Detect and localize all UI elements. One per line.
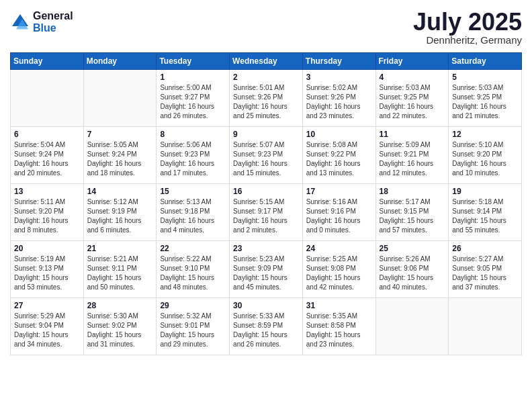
day-info: Sunrise: 5:30 AM Sunset: 9:02 PM Dayligh…	[87, 312, 153, 349]
day-info: Sunrise: 5:25 AM Sunset: 9:08 PM Dayligh…	[306, 255, 372, 292]
calendar-day-cell: 27Sunrise: 5:29 AM Sunset: 9:04 PM Dayli…	[11, 298, 84, 355]
calendar-day-cell: 7Sunrise: 5:05 AM Sunset: 9:24 PM Daylig…	[83, 127, 157, 184]
day-info: Sunrise: 5:10 AM Sunset: 9:20 PM Dayligh…	[452, 140, 518, 178]
day-number: 4	[380, 73, 445, 82]
month-title: July 2025	[413, 10, 522, 34]
day-number: 24	[306, 244, 372, 253]
calendar-day-cell: 8Sunrise: 5:06 AM Sunset: 9:23 PM Daylig…	[157, 127, 230, 184]
calendar-day-cell: 24Sunrise: 5:25 AM Sunset: 9:08 PM Dayli…	[302, 241, 375, 298]
day-info: Sunrise: 5:06 AM Sunset: 9:23 PM Dayligh…	[160, 140, 226, 178]
calendar-day-cell: 29Sunrise: 5:32 AM Sunset: 9:01 PM Dayli…	[157, 298, 230, 355]
day-number: 18	[380, 187, 445, 196]
day-info: Sunrise: 5:29 AM Sunset: 9:04 PM Dayligh…	[14, 312, 80, 349]
day-number: 1	[160, 73, 226, 82]
day-info: Sunrise: 5:11 AM Sunset: 9:20 PM Dayligh…	[14, 197, 80, 235]
day-info: Sunrise: 5:05 AM Sunset: 9:24 PM Dayligh…	[87, 140, 153, 178]
calendar-week-row: 13Sunrise: 5:11 AM Sunset: 9:20 PM Dayli…	[11, 184, 522, 241]
day-info: Sunrise: 5:02 AM Sunset: 9:26 PM Dayligh…	[306, 83, 372, 121]
day-info: Sunrise: 5:17 AM Sunset: 9:15 PM Dayligh…	[380, 197, 445, 235]
day-number: 19	[452, 187, 518, 196]
day-info: Sunrise: 5:27 AM Sunset: 9:05 PM Dayligh…	[452, 255, 518, 292]
logo: General Blue	[10, 10, 73, 34]
day-info: Sunrise: 5:00 AM Sunset: 9:27 PM Dayligh…	[160, 83, 226, 121]
day-info: Sunrise: 5:19 AM Sunset: 9:13 PM Dayligh…	[14, 255, 80, 292]
day-number: 14	[87, 187, 153, 196]
day-of-week-header: Sunday	[11, 53, 84, 70]
day-info: Sunrise: 5:22 AM Sunset: 9:10 PM Dayligh…	[160, 255, 226, 292]
day-number: 22	[160, 244, 226, 253]
day-number: 20	[14, 244, 80, 253]
calendar-day-cell: 18Sunrise: 5:17 AM Sunset: 9:15 PM Dayli…	[375, 184, 449, 241]
day-of-week-header: Thursday	[302, 53, 375, 70]
calendar-week-row: 20Sunrise: 5:19 AM Sunset: 9:13 PM Dayli…	[11, 241, 522, 298]
day-info: Sunrise: 5:16 AM Sunset: 9:16 PM Dayligh…	[306, 197, 372, 235]
day-number: 26	[452, 244, 518, 253]
calendar-day-cell: 23Sunrise: 5:23 AM Sunset: 9:09 PM Dayli…	[230, 241, 303, 298]
day-number: 13	[14, 187, 80, 196]
day-number: 25	[380, 244, 445, 253]
calendar-day-cell: 26Sunrise: 5:27 AM Sunset: 9:05 PM Dayli…	[449, 241, 522, 298]
calendar-day-cell: 3Sunrise: 5:02 AM Sunset: 9:26 PM Daylig…	[302, 70, 375, 127]
day-number: 28	[87, 301, 153, 310]
day-number: 12	[452, 130, 518, 139]
calendar-day-cell: 9Sunrise: 5:07 AM Sunset: 9:23 PM Daylig…	[230, 127, 303, 184]
calendar-day-cell: 30Sunrise: 5:33 AM Sunset: 8:59 PM Dayli…	[230, 298, 303, 355]
calendar-day-cell: 22Sunrise: 5:22 AM Sunset: 9:10 PM Dayli…	[157, 241, 230, 298]
day-number: 31	[306, 301, 372, 310]
calendar-day-cell: 14Sunrise: 5:12 AM Sunset: 9:19 PM Dayli…	[83, 184, 157, 241]
day-number: 23	[233, 244, 299, 253]
day-info: Sunrise: 5:04 AM Sunset: 9:24 PM Dayligh…	[14, 140, 80, 178]
day-info: Sunrise: 5:12 AM Sunset: 9:19 PM Dayligh…	[87, 197, 153, 235]
calendar-day-cell: 5Sunrise: 5:03 AM Sunset: 9:25 PM Daylig…	[449, 70, 522, 127]
day-number: 11	[380, 130, 445, 139]
title-block: July 2025 Dennheritz, Germany	[413, 10, 522, 46]
day-info: Sunrise: 5:23 AM Sunset: 9:09 PM Dayligh…	[233, 255, 299, 292]
day-info: Sunrise: 5:35 AM Sunset: 8:58 PM Dayligh…	[306, 312, 372, 349]
day-number: 8	[160, 130, 226, 139]
day-of-week-header: Friday	[375, 53, 449, 70]
calendar-day-cell: 2Sunrise: 5:01 AM Sunset: 9:26 PM Daylig…	[230, 70, 303, 127]
calendar-day-cell	[449, 298, 522, 355]
day-info: Sunrise: 5:09 AM Sunset: 9:21 PM Dayligh…	[380, 140, 445, 178]
calendar-day-cell	[83, 70, 157, 127]
page-header: General Blue July 2025 Dennheritz, Germa…	[10, 10, 522, 46]
day-number: 2	[233, 73, 299, 82]
calendar-day-cell: 20Sunrise: 5:19 AM Sunset: 9:13 PM Dayli…	[11, 241, 84, 298]
day-info: Sunrise: 5:26 AM Sunset: 9:06 PM Dayligh…	[380, 255, 445, 292]
day-info: Sunrise: 5:18 AM Sunset: 9:14 PM Dayligh…	[452, 197, 518, 235]
day-info: Sunrise: 5:07 AM Sunset: 9:23 PM Dayligh…	[233, 140, 299, 178]
day-info: Sunrise: 5:32 AM Sunset: 9:01 PM Dayligh…	[160, 312, 226, 349]
calendar-day-cell	[375, 298, 449, 355]
calendar-day-cell: 10Sunrise: 5:08 AM Sunset: 9:22 PM Dayli…	[302, 127, 375, 184]
day-info: Sunrise: 5:03 AM Sunset: 9:25 PM Dayligh…	[452, 83, 518, 121]
calendar-day-cell	[11, 70, 84, 127]
calendar-day-cell: 11Sunrise: 5:09 AM Sunset: 9:21 PM Dayli…	[375, 127, 449, 184]
calendar-day-cell: 6Sunrise: 5:04 AM Sunset: 9:24 PM Daylig…	[11, 127, 84, 184]
day-info: Sunrise: 5:13 AM Sunset: 9:18 PM Dayligh…	[160, 197, 226, 235]
calendar-day-cell: 15Sunrise: 5:13 AM Sunset: 9:18 PM Dayli…	[157, 184, 230, 241]
logo-icon	[10, 12, 30, 32]
calendar-day-cell: 28Sunrise: 5:30 AM Sunset: 9:02 PM Dayli…	[83, 298, 157, 355]
calendar-day-cell: 21Sunrise: 5:21 AM Sunset: 9:11 PM Dayli…	[83, 241, 157, 298]
day-number: 9	[233, 130, 299, 139]
day-number: 29	[160, 301, 226, 310]
calendar-day-cell: 17Sunrise: 5:16 AM Sunset: 9:16 PM Dayli…	[302, 184, 375, 241]
day-number: 15	[160, 187, 226, 196]
day-info: Sunrise: 5:08 AM Sunset: 9:22 PM Dayligh…	[306, 140, 372, 178]
calendar-day-cell: 4Sunrise: 5:03 AM Sunset: 9:25 PM Daylig…	[375, 70, 449, 127]
calendar-week-row: 6Sunrise: 5:04 AM Sunset: 9:24 PM Daylig…	[11, 127, 522, 184]
day-number: 3	[306, 73, 372, 82]
day-number: 5	[452, 73, 518, 82]
day-info: Sunrise: 5:15 AM Sunset: 9:17 PM Dayligh…	[233, 197, 299, 235]
day-info: Sunrise: 5:01 AM Sunset: 9:26 PM Dayligh…	[233, 83, 299, 121]
location: Dennheritz, Germany	[413, 34, 522, 46]
day-number: 21	[87, 244, 153, 253]
day-number: 6	[14, 130, 80, 139]
calendar-week-row: 27Sunrise: 5:29 AM Sunset: 9:04 PM Dayli…	[11, 298, 522, 355]
day-number: 27	[14, 301, 80, 310]
calendar-day-cell: 31Sunrise: 5:35 AM Sunset: 8:58 PM Dayli…	[302, 298, 375, 355]
calendar-day-cell: 1Sunrise: 5:00 AM Sunset: 9:27 PM Daylig…	[157, 70, 230, 127]
calendar-day-cell: 13Sunrise: 5:11 AM Sunset: 9:20 PM Dayli…	[11, 184, 84, 241]
calendar-table: SundayMondayTuesdayWednesdayThursdayFrid…	[10, 52, 522, 355]
calendar-week-row: 1Sunrise: 5:00 AM Sunset: 9:27 PM Daylig…	[11, 70, 522, 127]
